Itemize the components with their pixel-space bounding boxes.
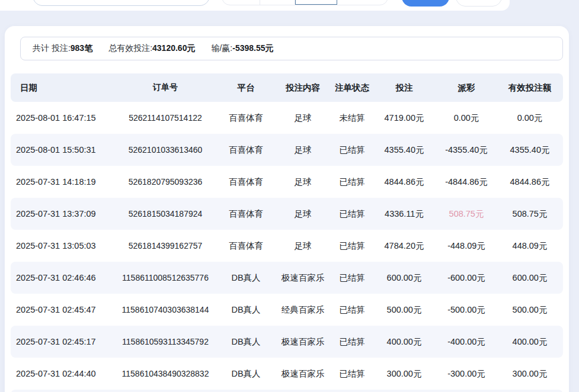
cell-content: 经典百家乐 bbox=[277, 304, 328, 316]
cell-platform: DB真人 bbox=[215, 368, 277, 380]
page-background: 共计 投注:983笔 总有效投注:43120.60元 输/赢:-5398.55元… bbox=[0, 0, 579, 392]
cell-valid: 448.09元 bbox=[500, 240, 559, 252]
cell-bet: 600.00元 bbox=[376, 272, 433, 284]
segment-option-3-selected[interactable] bbox=[295, 0, 337, 5]
column-header-valid: 有效投注额 bbox=[500, 82, 559, 94]
cell-status: 已结算 bbox=[328, 368, 376, 380]
cell-content: 极速百家乐 bbox=[277, 272, 328, 284]
cell-content: 足球 bbox=[277, 208, 328, 220]
cell-order: 5262101033613460 bbox=[116, 145, 215, 155]
cell-date: 2025-07-31 13:05:03 bbox=[11, 241, 116, 250]
cell-status: 已结算 bbox=[328, 304, 376, 316]
cell-content: 极速百家乐 bbox=[277, 336, 328, 348]
cell-platform: 百喜体育 bbox=[215, 208, 277, 220]
summary-total-bets-value: 983笔 bbox=[71, 43, 92, 53]
cell-date: 2025-08-01 15:50:31 bbox=[11, 145, 116, 155]
cell-content: 足球 bbox=[277, 113, 328, 124]
column-header-payout: 派彩 bbox=[433, 82, 500, 94]
cell-content: 极速百家乐 bbox=[277, 368, 328, 380]
cell-status: 已结算 bbox=[328, 144, 376, 156]
cell-platform: 百喜体育 bbox=[215, 176, 277, 188]
topbar bbox=[0, 0, 510, 11]
bet-records-table: 日期订单号平台投注内容注单状态投注派彩有效投注额2025-08-01 16:47… bbox=[11, 73, 563, 392]
reset-button[interactable] bbox=[456, 0, 502, 7]
cell-status: 已结算 bbox=[328, 208, 376, 220]
cell-bet: 4784.20元 bbox=[376, 240, 433, 252]
cell-bet: 500.00元 bbox=[376, 304, 433, 316]
cell-date: 2025-07-31 13:37:09 bbox=[11, 209, 116, 219]
cell-bet: 400.00元 bbox=[376, 336, 433, 348]
segment-option-4[interactable] bbox=[337, 0, 389, 5]
table-row: 2025-07-31 14:18:195261820795093236百喜体育足… bbox=[11, 166, 563, 198]
cell-valid: 508.75元 bbox=[500, 208, 559, 220]
table-row: 2025-08-01 15:50:315262101033613460百喜体育足… bbox=[11, 134, 563, 166]
search-input[interactable] bbox=[33, 0, 210, 6]
cell-date: 2025-07-31 02:45:17 bbox=[11, 337, 116, 346]
column-header-status: 注单状态 bbox=[328, 82, 376, 94]
table-row: 2025-07-31 02:46:461158611008512635776DB… bbox=[11, 262, 563, 294]
cell-platform: 百喜体育 bbox=[215, 240, 277, 252]
cell-order: 5261820795093236 bbox=[116, 177, 215, 187]
cell-payout: 508.75元 bbox=[433, 208, 500, 220]
cell-payout: -400.00元 bbox=[433, 336, 500, 348]
bet-records-card: 共计 投注:983笔 总有效投注:43120.60元 输/赢:-5398.55元… bbox=[5, 26, 569, 392]
cell-platform: DB真人 bbox=[215, 336, 277, 348]
cell-order: 1158611008512635776 bbox=[116, 273, 215, 282]
cell-valid: 4844.86元 bbox=[500, 176, 559, 188]
query-button[interactable] bbox=[402, 0, 449, 7]
column-header-date: 日期 bbox=[11, 82, 116, 94]
segment-option-1[interactable] bbox=[222, 0, 260, 5]
table-row: 2025-07-31 02:45:471158610740303638144DB… bbox=[11, 294, 563, 326]
column-header-bet: 投注 bbox=[376, 82, 433, 94]
date-filter-segmented-control bbox=[222, 0, 388, 5]
summary-valid-bet: 总有效投注:43120.60元 bbox=[108, 43, 195, 54]
summary-win-loss-value: -5398.55元 bbox=[232, 43, 273, 53]
table-row: 2025-07-31 02:44:401158610438490328832DB… bbox=[11, 358, 563, 390]
cell-payout: 0.00元 bbox=[433, 113, 500, 124]
cell-platform: DB真人 bbox=[215, 304, 277, 316]
table-row: 2025-07-31 13:05:035261814399162757百喜体育足… bbox=[11, 230, 563, 262]
column-header-content: 投注内容 bbox=[277, 82, 328, 94]
cell-date: 2025-07-31 14:18:19 bbox=[11, 177, 116, 187]
cell-platform: 百喜体育 bbox=[215, 113, 277, 124]
table-row: 2025-07-31 13:37:095261815034187924百喜体育足… bbox=[11, 198, 563, 230]
summary-total-bets: 共计 投注:983笔 bbox=[33, 43, 92, 54]
cell-valid: 600.00元 bbox=[500, 272, 559, 284]
cell-valid: 400.00元 bbox=[500, 336, 559, 348]
cell-bet: 4336.11元 bbox=[376, 208, 433, 220]
cell-valid: 4355.40元 bbox=[500, 144, 559, 156]
cell-platform: 百喜体育 bbox=[215, 144, 277, 156]
cell-valid: 500.00元 bbox=[500, 304, 559, 316]
table-header-row: 日期订单号平台投注内容注单状态投注派彩有效投注额 bbox=[11, 73, 563, 102]
cell-status: 未结算 bbox=[328, 113, 376, 124]
cell-date: 2025-08-01 16:47:15 bbox=[11, 113, 116, 123]
table-row: 2025-07-31 02:45:171158610593113345792DB… bbox=[11, 326, 563, 358]
cell-platform: DB真人 bbox=[215, 272, 277, 284]
table-row: 2025-08-01 16:47:155262114107514122百喜体育足… bbox=[11, 102, 563, 134]
cell-payout: -500.00元 bbox=[433, 304, 500, 316]
summary-win-loss-label: 输/赢: bbox=[211, 43, 232, 53]
cell-order: 5262114107514122 bbox=[116, 113, 215, 123]
cell-status: 已结算 bbox=[328, 272, 376, 284]
segment-option-2[interactable] bbox=[260, 0, 295, 5]
cell-date: 2025-07-31 02:45:47 bbox=[11, 305, 116, 314]
cell-payout: -448.09元 bbox=[433, 240, 500, 252]
summary-total-bets-label: 共计 投注: bbox=[33, 43, 71, 53]
column-header-order: 订单号 bbox=[116, 82, 215, 93]
cell-status: 已结算 bbox=[328, 336, 376, 348]
summary-valid-bet-value: 43120.60元 bbox=[152, 43, 195, 53]
cell-valid: 300.00元 bbox=[500, 368, 559, 380]
cell-content: 足球 bbox=[277, 176, 328, 188]
cell-bet: 4355.40元 bbox=[376, 144, 433, 156]
cell-bet: 4844.86元 bbox=[376, 176, 433, 188]
cell-order: 1158610740303638144 bbox=[116, 305, 215, 314]
summary-bar: 共计 投注:983笔 总有效投注:43120.60元 输/赢:-5398.55元 bbox=[20, 37, 563, 60]
cell-bet: 300.00元 bbox=[376, 368, 433, 380]
cell-payout: -4355.40元 bbox=[433, 144, 500, 156]
cell-content: 足球 bbox=[277, 144, 328, 156]
column-header-platform: 平台 bbox=[215, 82, 277, 94]
summary-win-loss: 输/赢:-5398.55元 bbox=[211, 43, 273, 54]
cell-date: 2025-07-31 02:46:46 bbox=[11, 273, 116, 282]
cell-valid: 0.00元 bbox=[500, 113, 559, 124]
cell-order: 1158610438490328832 bbox=[116, 369, 215, 378]
